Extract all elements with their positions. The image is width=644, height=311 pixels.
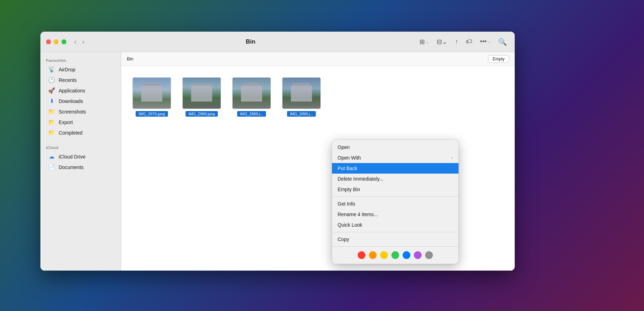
view-list-button[interactable]: ⊟⌄ — [435, 37, 449, 47]
finder-window: ‹ › Bin ⊞ ⌄ ⊟⌄ ↑ 🏷 ••• ⌄ 🔍 — [40, 32, 515, 271]
building-shape-1 — [141, 86, 162, 102]
back-button[interactable]: ‹ — [72, 36, 79, 47]
ctx-rename[interactable]: Rename 4 Items... — [332, 209, 458, 220]
ctx-empty-bin-label: Empty Bin — [338, 187, 360, 192]
tag-button[interactable]: 🏷 — [464, 37, 474, 47]
view-chevron-icon: ⌄ — [425, 39, 429, 44]
search-icon: 🔍 — [498, 38, 507, 46]
ctx-open[interactable]: Open — [332, 142, 458, 153]
color-tag-orange[interactable] — [369, 251, 377, 259]
share-button[interactable]: ↑ — [453, 37, 460, 47]
ctx-open-label: Open — [338, 144, 350, 150]
ctx-get-info[interactable]: Get Info — [332, 199, 458, 209]
color-tag-blue[interactable] — [403, 251, 410, 259]
more-chevron-icon: ⌄ — [487, 39, 490, 44]
file-thumbnail-img2890 — [282, 77, 321, 109]
content-header: Bin Empty — [121, 52, 515, 66]
sidebar-item-label-recents: Recents — [59, 77, 77, 83]
favourites-label: Favourites — [40, 56, 121, 64]
nav-buttons: ‹ › — [72, 36, 86, 47]
sidebar: Favourites 📡 AirDrop 🕐 Recents 🚀 Applica… — [40, 52, 121, 271]
file-label-img2889: IMG_2889.j... — [237, 111, 266, 117]
sidebar-item-applications[interactable]: 🚀 Applications — [43, 85, 119, 96]
ctx-copy[interactable]: Copy — [332, 234, 458, 245]
file-item-img2888[interactable]: IMG_2888.jpeg — [180, 74, 224, 119]
file-item-img2889[interactable]: IMG_2889.j... — [229, 74, 274, 119]
maximize-button[interactable] — [61, 39, 66, 44]
file-thumbnail-img2888 — [182, 77, 221, 109]
file-thumbnail-img2876 — [132, 77, 171, 109]
color-tag-red[interactable] — [358, 251, 365, 259]
sidebar-item-label-completed: Completed — [59, 130, 83, 136]
downloads-icon: ⬇ — [48, 98, 55, 104]
applications-icon: 🚀 — [48, 87, 55, 94]
main-area: Favourites 📡 AirDrop 🕐 Recents 🚀 Applica… — [40, 52, 515, 271]
color-tag-gray[interactable] — [425, 251, 433, 259]
view-icon-grid-button[interactable]: ⊞ ⌄ — [417, 37, 431, 47]
sidebar-item-completed[interactable]: 📁 Completed — [43, 128, 119, 138]
file-thumbnail-img2889 — [232, 77, 271, 109]
documents-icon: 📄 — [48, 164, 55, 170]
file-label-img2890: IMG_2890.j... — [287, 111, 316, 117]
title-bar: ‹ › Bin ⊞ ⌄ ⊟⌄ ↑ 🏷 ••• ⌄ 🔍 — [40, 32, 515, 52]
icloud-label: iCloud — [40, 143, 121, 151]
building-shape-3 — [241, 86, 262, 102]
empty-button[interactable]: Empty — [488, 55, 509, 63]
toolbar-actions: ⊞ ⌄ ⊟⌄ ↑ 🏷 ••• ⌄ 🔍 — [417, 36, 509, 47]
more-button[interactable]: ••• ⌄ — [478, 37, 493, 47]
file-label-img2888: IMG_2888.jpeg — [186, 111, 217, 117]
sidebar-item-label-screenshots: Screenshots — [59, 109, 86, 115]
ctx-rename-label: Rename 4 Items... — [338, 212, 378, 217]
sidebar-item-label-documents: Documents — [59, 164, 84, 170]
sidebar-item-documents[interactable]: 📄 Documents — [43, 162, 119, 172]
ctx-separator-2 — [332, 232, 458, 232]
ctx-open-with-label: Open With — [338, 155, 361, 161]
airdrop-icon: 📡 — [48, 66, 55, 73]
ctx-open-with[interactable]: Open With › — [332, 153, 458, 163]
sidebar-item-label-applications: Applications — [59, 88, 85, 93]
file-item-img2876[interactable]: IMG_2876.jpeg — [130, 74, 174, 119]
ctx-copy-label: Copy — [338, 237, 349, 242]
ctx-open-with-arrow-icon: › — [451, 155, 453, 160]
color-tag-yellow[interactable] — [380, 251, 388, 259]
ctx-put-back-label: Put Back — [338, 166, 357, 171]
sidebar-item-recents[interactable]: 🕐 Recents — [43, 75, 119, 85]
building-shape-2 — [191, 86, 212, 102]
ctx-put-back[interactable]: Put Back — [332, 163, 458, 174]
completed-icon: 📁 — [48, 129, 55, 136]
building-shape-4 — [291, 86, 312, 102]
forward-button[interactable]: › — [80, 36, 87, 47]
sidebar-item-screenshots[interactable]: 📁 Screenshots — [43, 106, 119, 117]
ctx-empty-bin[interactable]: Empty Bin — [332, 184, 458, 195]
export-icon: 📁 — [48, 119, 55, 125]
close-button[interactable] — [46, 39, 51, 44]
ctx-delete-label: Delete Immediately... — [338, 176, 383, 182]
sidebar-item-icloud-drive[interactable]: ☁ iCloud Drive — [43, 151, 119, 162]
color-tag-purple[interactable] — [414, 251, 422, 259]
minimize-button[interactable] — [54, 39, 59, 44]
screenshots-icon: 📁 — [48, 108, 55, 115]
file-label-img2876: IMG_2876.jpeg — [136, 111, 168, 117]
list-view-icon: ⊟⌄ — [437, 38, 447, 46]
ctx-separator-1 — [332, 196, 458, 197]
sidebar-item-label-airdrop: AirDrop — [59, 67, 75, 72]
ellipsis-icon: ••• — [480, 38, 487, 45]
recents-icon: 🕐 — [48, 77, 55, 83]
ctx-quick-look-label: Quick Look — [338, 222, 362, 228]
sidebar-item-downloads[interactable]: ⬇ Downloads — [43, 96, 119, 106]
context-menu: Open Open With › Put Back Delete Immedia… — [332, 140, 458, 264]
sidebar-item-label-icloud-drive: iCloud Drive — [59, 154, 85, 160]
ctx-quick-look[interactable]: Quick Look — [332, 220, 458, 230]
sidebar-item-label-export: Export — [59, 119, 73, 125]
ctx-delete-immediately[interactable]: Delete Immediately... — [332, 174, 458, 184]
color-tag-green[interactable] — [391, 251, 399, 259]
sidebar-item-airdrop[interactable]: 📡 AirDrop — [43, 64, 119, 74]
breadcrumb: Bin — [127, 56, 134, 61]
grid-view-icon: ⊞ — [419, 38, 425, 46]
file-item-img2890[interactable]: IMG_2890.j... — [279, 74, 324, 119]
sidebar-item-export[interactable]: 📁 Export — [43, 117, 119, 127]
content-area: Bin Empty IMG_2876.jpeg IMG_2888.jpeg — [121, 52, 515, 271]
sidebar-item-label-downloads: Downloads — [59, 98, 83, 104]
window-controls — [46, 39, 66, 44]
search-button[interactable]: 🔍 — [496, 36, 509, 47]
